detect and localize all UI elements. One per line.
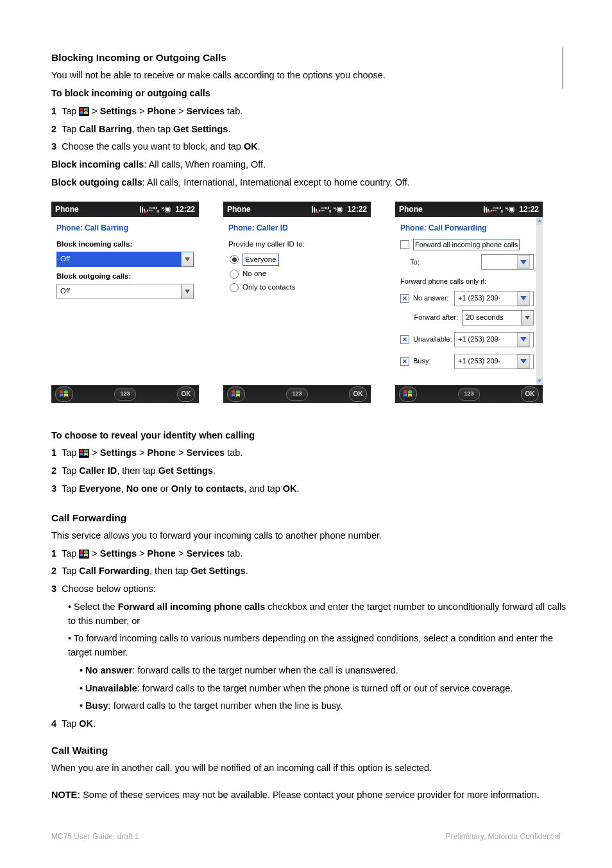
screenshots-row: Phone 12:22 [51, 202, 567, 403]
svg-rect-9 [312, 206, 313, 213]
checkbox-noanswer[interactable]: × [400, 294, 409, 303]
checkbox-busy[interactable]: × [400, 357, 409, 366]
scrollbar[interactable] [536, 217, 543, 385]
svg-marker-23 [491, 209, 493, 212]
screen-body: Phone: Call Forwarding Forward all incom… [395, 217, 543, 385]
svg-rect-6 [158, 210, 159, 213]
sip-button[interactable]: 123 [286, 388, 308, 401]
svg-rect-0 [140, 206, 141, 213]
app-title: Phone [399, 204, 482, 215]
svg-rect-8 [166, 208, 169, 211]
sub-opt: • Unavailable: forward calls to the targ… [80, 682, 567, 696]
status-icons [140, 205, 171, 214]
svg-point-12 [316, 211, 319, 213]
sip-button[interactable]: 123 [458, 388, 480, 401]
dropdown-icon [521, 311, 533, 325]
navbar: 123 OK [395, 385, 543, 403]
radio-label: Only to contacts [242, 282, 295, 293]
svg-rect-1 [142, 207, 143, 213]
start-button[interactable] [227, 386, 245, 402]
step: 2 Tap Caller ID, then tap Get Settings. [51, 464, 567, 478]
heading-call-waiting: Call Waiting [51, 743, 567, 758]
screen-subtitle: Phone: Caller ID [228, 222, 366, 234]
navbar: 123 OK [51, 385, 199, 403]
windows-logo-icon [79, 449, 89, 458]
label-incoming: Block incoming calls: [56, 239, 194, 250]
radio-label: Everyone [242, 254, 279, 266]
label-outgoing: Block outgoing calls: [56, 271, 194, 282]
start-button[interactable] [399, 386, 417, 402]
svg-point-21 [488, 211, 491, 213]
label-busy: Busy: [413, 356, 450, 367]
screenshot-caller-id: Phone 12:22 Phone: Caller [223, 202, 371, 403]
combo-block-outgoing[interactable]: Off [56, 284, 194, 299]
input-forward-to[interactable] [481, 254, 534, 270]
dropdown-icon [181, 252, 193, 266]
page-corner-decor [563, 48, 563, 89]
footer-right: Preliminary, Motorola Confidential [446, 831, 561, 842]
heading-call-forwarding: Call Forwarding [51, 510, 567, 525]
clock: 12:22 [175, 204, 195, 215]
label-forward-all: Forward all incoming phone calls [413, 239, 520, 251]
label-only-if: Forward phone calls only if: [400, 276, 486, 287]
radio-icon [230, 255, 239, 264]
dropdown-icon [517, 354, 530, 369]
input-unavailable-number[interactable]: +1 (253) 209- [454, 332, 534, 347]
sub-opt: • No answer: forward calls to the target… [80, 664, 567, 678]
input-noanswer-number[interactable]: +1 (253) 209- [454, 291, 534, 306]
app-title: Phone [227, 204, 310, 215]
step: 1 Tap > Settings > Phone > Services tab. [51, 547, 567, 561]
windows-logo-icon [79, 107, 89, 116]
step: 3 Tap Everyone, No one or Only to contac… [51, 482, 567, 496]
ok-button[interactable]: OK [521, 386, 539, 402]
screen-subtitle: Phone: Call Barring [56, 222, 194, 234]
input-busy-number[interactable]: +1 (253) 209- [454, 354, 534, 369]
titlebar: Phone 12:22 [395, 202, 543, 217]
text-block-outgoing-opts: : All calls, International, Internationa… [142, 177, 410, 187]
ok-button[interactable]: OK [177, 386, 195, 402]
svg-rect-26 [510, 208, 513, 211]
svg-marker-13 [325, 207, 327, 209]
label-provide-id: Provide my caller ID to: [228, 239, 366, 250]
label-forward-after: Forward after: [413, 312, 458, 323]
text-forwarding-intro: This service allows you to forward your … [51, 529, 567, 543]
svg-marker-22 [497, 207, 498, 209]
radio-noone[interactable]: No one [230, 268, 364, 279]
screen-body: Phone: Call Barring Block incoming calls… [51, 217, 199, 385]
label-to: To: [400, 257, 420, 268]
dropdown-icon [517, 291, 530, 306]
combo-block-incoming[interactable]: Off [56, 252, 194, 267]
radio-everyone[interactable]: Everyone [230, 254, 364, 266]
svg-rect-10 [314, 207, 315, 213]
svg-rect-18 [484, 206, 485, 213]
dropdown-icon [517, 255, 530, 269]
ok-button[interactable]: OK [349, 386, 367, 402]
sip-button[interactable]: 123 [114, 388, 136, 401]
heading-block-calls: Blocking Incoming or Outgoing Calls [51, 50, 567, 65]
text-block-incoming-opts: : All calls, When roaming, Off. [144, 159, 266, 169]
step: 2 Tap Call Forwarding, then tap Get Sett… [51, 564, 567, 578]
combo-forward-after[interactable]: 20 seconds [462, 310, 534, 326]
windows-logo-icon [79, 550, 89, 559]
svg-rect-19 [486, 207, 487, 213]
radio-icon [230, 283, 239, 292]
screenshot-call-barring: Phone 12:22 [51, 202, 199, 403]
checkbox-forward-all[interactable] [400, 240, 409, 249]
svg-marker-14 [319, 209, 321, 212]
start-button[interactable] [55, 386, 73, 402]
opt: • To forward incoming calls to various n… [68, 632, 567, 660]
heading-to-block: To block incoming or outgoing calls [51, 87, 567, 101]
label-unavailable: Unavailable: [413, 334, 450, 345]
titlebar: Phone 12:22 [223, 202, 371, 217]
label-noanswer: No answer: [413, 293, 450, 304]
dropdown-icon [517, 333, 530, 347]
checkbox-unavailable[interactable]: × [400, 335, 409, 344]
radio-contacts[interactable]: Only to contacts [230, 282, 364, 293]
opt: • Select the Forward all incoming phone … [68, 600, 567, 629]
svg-rect-15 [330, 210, 331, 213]
svg-rect-24 [502, 210, 503, 213]
status-icons [312, 205, 343, 214]
app-title: Phone [55, 204, 138, 215]
note-label: NOTE: [51, 790, 80, 800]
step: 2 Tap Call Barring, then tap Get Setting… [51, 123, 567, 137]
